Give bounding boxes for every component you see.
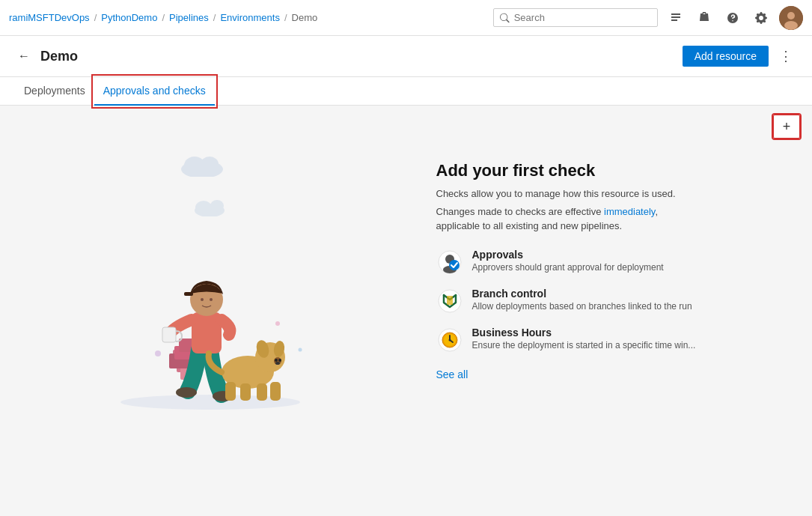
svg-point-23 xyxy=(210,298,213,301)
svg-rect-21 xyxy=(184,292,193,296)
nav-right xyxy=(493,6,803,30)
business-hours-title: Business Hours xyxy=(472,327,696,339)
tab-approvals[interactable]: Approvals and checks xyxy=(94,77,215,106)
page-title: Demo xyxy=(40,49,78,64)
approvals-title: Approvals xyxy=(472,249,664,261)
page-header-left: ← Demo xyxy=(15,47,78,65)
sep4: / xyxy=(284,12,287,23)
svg-rect-35 xyxy=(270,382,281,401)
desc1: Checks allow you to manage how this reso… xyxy=(436,186,713,201)
desc2-prefix: Changes made to checks are effective xyxy=(436,206,605,217)
settings-icon[interactable] xyxy=(751,7,772,28)
breadcrumb-org[interactable]: ramiMSFTDevOps xyxy=(9,12,90,23)
page-header: ← Demo Add resource ⋮ xyxy=(0,36,812,77)
more-options-button[interactable]: ⋮ xyxy=(775,45,797,67)
branch-title: Branch control xyxy=(472,288,692,300)
svg-rect-34 xyxy=(257,383,267,401)
svg-point-16 xyxy=(176,387,197,398)
tabs-bar: Deployments Approvals and checks xyxy=(0,77,812,106)
back-button[interactable]: ← xyxy=(15,47,33,65)
main-content: + Add your first check Checks allow you … xyxy=(0,106,812,511)
content-wrapper: + Add your first check Checks allow you … xyxy=(421,106,813,511)
task-list-icon[interactable] xyxy=(665,7,686,28)
help-icon[interactable] xyxy=(722,7,743,28)
breadcrumb-current: Demo xyxy=(292,12,318,23)
check-list: Approvals Approvers should grant approva… xyxy=(436,249,713,353)
illustration-area xyxy=(0,106,421,511)
svg-point-37 xyxy=(155,350,161,356)
branch-icon xyxy=(436,288,463,315)
approvals-icon xyxy=(436,249,463,276)
bag-icon[interactable] xyxy=(694,7,715,28)
svg-point-30 xyxy=(278,359,281,362)
svg-point-31 xyxy=(275,362,280,365)
svg-rect-33 xyxy=(240,383,251,401)
search-icon xyxy=(500,13,510,23)
branch-info: Branch control Allow deployments based o… xyxy=(472,288,692,312)
heading-section: Add your first check Checks allow you to… xyxy=(436,161,713,234)
search-box[interactable] xyxy=(493,8,658,27)
svg-rect-32 xyxy=(225,382,236,401)
business-hours-desc: Ensure the deployment is started in a sp… xyxy=(472,340,696,350)
main-heading: Add your first check xyxy=(436,161,713,180)
desc2-highlight: immediately xyxy=(604,206,655,217)
add-resource-button[interactable]: Add resource xyxy=(683,46,769,67)
svg-point-5 xyxy=(201,157,219,172)
page-header-right: Add resource ⋮ xyxy=(683,45,797,67)
breadcrumb-environments[interactable]: Environments xyxy=(220,12,279,23)
right-panel: Add your first check Checks allow you to… xyxy=(421,139,736,403)
svg-point-8 xyxy=(210,200,224,212)
illustration xyxy=(91,204,330,413)
svg-point-36 xyxy=(275,321,280,326)
check-item-approvals: Approvals Approvers should grant approva… xyxy=(436,249,713,276)
top-navigation: ramiMSFTDevOps / PythonDemo / Pipelines … xyxy=(0,0,812,36)
breadcrumb: ramiMSFTDevOps / PythonDemo / Pipelines … xyxy=(9,12,493,23)
content-actions: + xyxy=(421,106,813,139)
approvals-desc: Approvers should grant approval for depl… xyxy=(472,262,664,273)
check-item-business-hours: Business Hours Ensure the deployment is … xyxy=(436,327,713,353)
svg-point-7 xyxy=(195,201,212,214)
see-all-link[interactable]: See all xyxy=(436,368,468,380)
sep2: / xyxy=(162,12,165,23)
svg-point-1 xyxy=(787,12,795,19)
business-hours-icon xyxy=(436,327,463,353)
search-input[interactable] xyxy=(514,12,651,23)
breadcrumb-pipelines[interactable]: Pipelines xyxy=(169,12,209,23)
svg-point-2 xyxy=(784,21,798,30)
svg-rect-19 xyxy=(162,327,176,342)
svg-point-22 xyxy=(201,298,204,301)
check-item-branch: Branch control Allow deployments based o… xyxy=(436,288,713,315)
svg-point-50 xyxy=(448,339,451,341)
avatar[interactable] xyxy=(779,6,803,30)
svg-point-29 xyxy=(275,359,278,362)
business-hours-info: Business Hours Ensure the deployment is … xyxy=(472,327,696,350)
svg-point-38 xyxy=(299,347,302,351)
approvals-info: Approvals Approvers should grant approva… xyxy=(472,249,664,273)
add-check-button[interactable]: + xyxy=(773,115,800,139)
desc2: Changes made to checks are effective imm… xyxy=(436,204,713,234)
breadcrumb-project[interactable]: PythonDemo xyxy=(101,12,157,23)
sep3: / xyxy=(213,12,216,23)
sep1: / xyxy=(94,12,97,23)
tab-deployments[interactable]: Deployments xyxy=(15,77,94,106)
branch-desc: Allow deployments based on branches link… xyxy=(472,301,692,312)
svg-rect-44 xyxy=(447,296,453,305)
